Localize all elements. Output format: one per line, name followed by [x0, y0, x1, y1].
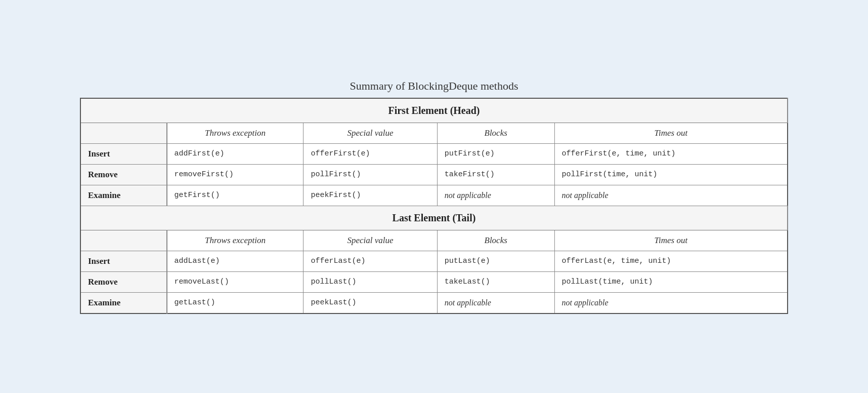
- col-header-last: Throws exception Special value Blocks Ti…: [80, 230, 788, 251]
- cell-offerlast-timeout: offerLast(e, time, unit): [554, 251, 788, 271]
- col-blocks-2: Blocks: [437, 230, 554, 251]
- row-label-examine-last: Examine: [80, 292, 167, 313]
- cell-takelast: takeLast(): [437, 271, 554, 292]
- cell-na-blocks-last: not applicable: [437, 292, 554, 313]
- table-row: Remove removeLast() pollLast() takeLast(…: [80, 271, 788, 292]
- col-header-first: Throws exception Special value Blocks Ti…: [80, 123, 788, 143]
- cell-offerfirst: offerFirst(e): [303, 143, 437, 164]
- row-label-insert-last: Insert: [80, 251, 167, 271]
- cell-peekfirst: peekFirst(): [303, 185, 437, 206]
- cell-getfirst: getFirst(): [167, 185, 303, 206]
- table-row: Examine getLast() peekLast() not applica…: [80, 292, 788, 313]
- col-special-value-1: Special value: [303, 123, 437, 143]
- col-empty-1: [80, 123, 167, 143]
- table-row: Insert addFirst(e) offerFirst(e) putFirs…: [80, 143, 788, 164]
- col-times-out-1: Times out: [554, 123, 788, 143]
- row-label-remove-first: Remove: [80, 164, 167, 185]
- cell-putfirst: putFirst(e): [437, 143, 554, 164]
- cell-addlast: addLast(e): [167, 251, 303, 271]
- cell-offerfirst-timeout: offerFirst(e, time, unit): [554, 143, 788, 164]
- row-label-remove-last: Remove: [80, 271, 167, 292]
- cell-getlast: getLast(): [167, 292, 303, 313]
- cell-peeklast: peekLast(): [303, 292, 437, 313]
- table-title: Summary of BlockingDeque methods: [80, 80, 788, 93]
- col-blocks-1: Blocks: [437, 123, 554, 143]
- row-label-examine-first: Examine: [80, 185, 167, 206]
- cell-removefirst: removeFirst(): [167, 164, 303, 185]
- cell-polllast: pollLast(): [303, 271, 437, 292]
- col-throws-exception-1: Throws exception: [167, 123, 303, 143]
- cell-na-blocks-first: not applicable: [437, 185, 554, 206]
- cell-pollfirst: pollFirst(): [303, 164, 437, 185]
- table-row: Remove removeFirst() pollFirst() takeFir…: [80, 164, 788, 185]
- table-row: Insert addLast(e) offerLast(e) putLast(e…: [80, 251, 788, 271]
- cell-pollfirst-timeout: pollFirst(time, unit): [554, 164, 788, 185]
- cell-putlast: putLast(e): [437, 251, 554, 271]
- cell-na-timeout-last: not applicable: [554, 292, 788, 313]
- col-empty-2: [80, 230, 167, 251]
- cell-polllast-timeout: pollLast(time, unit): [554, 271, 788, 292]
- section-header-first: First Element (Head): [80, 98, 788, 123]
- last-element-header: Last Element (Tail): [80, 206, 788, 230]
- first-element-header: First Element (Head): [80, 98, 788, 123]
- cell-takefirst: takeFirst(): [437, 164, 554, 185]
- page-wrapper: Summary of BlockingDeque methods First E…: [80, 80, 788, 314]
- section-header-last: Last Element (Tail): [80, 206, 788, 230]
- cell-removelast: removeLast(): [167, 271, 303, 292]
- cell-addfirst: addFirst(e): [167, 143, 303, 164]
- table-row: Examine getFirst() peekFirst() not appli…: [80, 185, 788, 206]
- row-label-insert-first: Insert: [80, 143, 167, 164]
- col-throws-exception-2: Throws exception: [167, 230, 303, 251]
- cell-na-timeout-first: not applicable: [554, 185, 788, 206]
- cell-offerlast: offerLast(e): [303, 251, 437, 271]
- col-times-out-2: Times out: [554, 230, 788, 251]
- col-special-value-2: Special value: [303, 230, 437, 251]
- main-table: First Element (Head) Throws exception Sp…: [80, 98, 788, 314]
